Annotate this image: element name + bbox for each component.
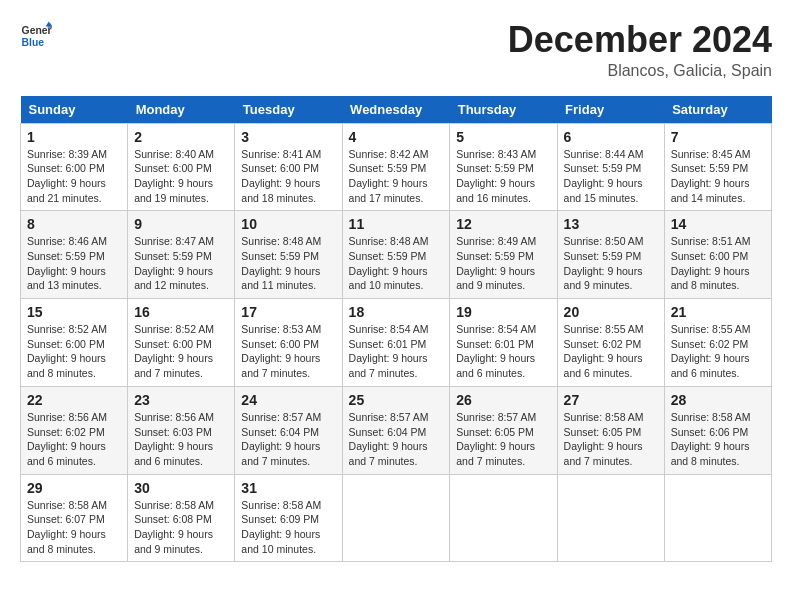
day-detail: Sunrise: 8:52 AMSunset: 6:00 PMDaylight:… [27,323,107,379]
calendar-day-cell: 15 Sunrise: 8:52 AMSunset: 6:00 PMDaylig… [21,299,128,387]
day-number: 24 [241,392,335,408]
calendar-day-cell [450,474,557,562]
calendar-day-cell [557,474,664,562]
day-number: 26 [456,392,550,408]
calendar-day-cell: 9 Sunrise: 8:47 AMSunset: 5:59 PMDayligh… [128,211,235,299]
day-detail: Sunrise: 8:54 AMSunset: 6:01 PMDaylight:… [349,323,429,379]
weekday-header: Friday [557,96,664,124]
calendar-day-cell: 10 Sunrise: 8:48 AMSunset: 5:59 PMDaylig… [235,211,342,299]
day-number: 31 [241,480,335,496]
weekday-header: Saturday [664,96,771,124]
weekday-header: Tuesday [235,96,342,124]
calendar-day-cell: 2 Sunrise: 8:40 AMSunset: 6:00 PMDayligh… [128,123,235,211]
calendar-day-cell: 8 Sunrise: 8:46 AMSunset: 5:59 PMDayligh… [21,211,128,299]
calendar-day-cell: 30 Sunrise: 8:58 AMSunset: 6:08 PMDaylig… [128,474,235,562]
svg-text:Blue: Blue [22,37,45,48]
weekday-header: Thursday [450,96,557,124]
calendar-day-cell: 17 Sunrise: 8:53 AMSunset: 6:00 PMDaylig… [235,299,342,387]
day-number: 9 [134,216,228,232]
day-number: 20 [564,304,658,320]
day-detail: Sunrise: 8:58 AMSunset: 6:05 PMDaylight:… [564,411,644,467]
calendar-day-cell [664,474,771,562]
calendar-day-cell: 24 Sunrise: 8:57 AMSunset: 6:04 PMDaylig… [235,386,342,474]
day-detail: Sunrise: 8:50 AMSunset: 5:59 PMDaylight:… [564,235,644,291]
day-detail: Sunrise: 8:49 AMSunset: 5:59 PMDaylight:… [456,235,536,291]
day-detail: Sunrise: 8:43 AMSunset: 5:59 PMDaylight:… [456,148,536,204]
calendar-week-row: 8 Sunrise: 8:46 AMSunset: 5:59 PMDayligh… [21,211,772,299]
day-detail: Sunrise: 8:57 AMSunset: 6:04 PMDaylight:… [241,411,321,467]
day-detail: Sunrise: 8:45 AMSunset: 5:59 PMDaylight:… [671,148,751,204]
day-number: 14 [671,216,765,232]
calendar-day-cell: 7 Sunrise: 8:45 AMSunset: 5:59 PMDayligh… [664,123,771,211]
day-detail: Sunrise: 8:53 AMSunset: 6:00 PMDaylight:… [241,323,321,379]
day-detail: Sunrise: 8:51 AMSunset: 6:00 PMDaylight:… [671,235,751,291]
calendar-day-cell: 11 Sunrise: 8:48 AMSunset: 5:59 PMDaylig… [342,211,450,299]
day-detail: Sunrise: 8:48 AMSunset: 5:59 PMDaylight:… [241,235,321,291]
month-title: December 2024 [508,20,772,60]
calendar-day-cell: 13 Sunrise: 8:50 AMSunset: 5:59 PMDaylig… [557,211,664,299]
calendar-day-cell: 16 Sunrise: 8:52 AMSunset: 6:00 PMDaylig… [128,299,235,387]
calendar-day-cell: 1 Sunrise: 8:39 AMSunset: 6:00 PMDayligh… [21,123,128,211]
day-number: 12 [456,216,550,232]
location-title: Blancos, Galicia, Spain [508,62,772,80]
day-number: 22 [27,392,121,408]
calendar-day-cell: 26 Sunrise: 8:57 AMSunset: 6:05 PMDaylig… [450,386,557,474]
day-number: 15 [27,304,121,320]
day-number: 27 [564,392,658,408]
svg-text:General: General [22,25,52,36]
day-detail: Sunrise: 8:57 AMSunset: 6:05 PMDaylight:… [456,411,536,467]
day-number: 3 [241,129,335,145]
weekday-header: Monday [128,96,235,124]
day-number: 17 [241,304,335,320]
day-number: 13 [564,216,658,232]
day-number: 10 [241,216,335,232]
day-number: 6 [564,129,658,145]
day-number: 16 [134,304,228,320]
calendar-day-cell: 14 Sunrise: 8:51 AMSunset: 6:00 PMDaylig… [664,211,771,299]
day-detail: Sunrise: 8:55 AMSunset: 6:02 PMDaylight:… [564,323,644,379]
title-section: December 2024 Blancos, Galicia, Spain [508,20,772,80]
calendar-day-cell: 27 Sunrise: 8:58 AMSunset: 6:05 PMDaylig… [557,386,664,474]
day-number: 28 [671,392,765,408]
day-detail: Sunrise: 8:56 AMSunset: 6:02 PMDaylight:… [27,411,107,467]
day-number: 30 [134,480,228,496]
page-header: General Blue December 2024 Blancos, Gali… [20,20,772,80]
calendar-day-cell: 18 Sunrise: 8:54 AMSunset: 6:01 PMDaylig… [342,299,450,387]
logo: General Blue [20,20,52,52]
day-number: 2 [134,129,228,145]
calendar-day-cell: 23 Sunrise: 8:56 AMSunset: 6:03 PMDaylig… [128,386,235,474]
day-detail: Sunrise: 8:58 AMSunset: 6:07 PMDaylight:… [27,499,107,555]
day-detail: Sunrise: 8:57 AMSunset: 6:04 PMDaylight:… [349,411,429,467]
day-detail: Sunrise: 8:52 AMSunset: 6:00 PMDaylight:… [134,323,214,379]
weekday-header: Sunday [21,96,128,124]
day-detail: Sunrise: 8:48 AMSunset: 5:59 PMDaylight:… [349,235,429,291]
day-detail: Sunrise: 8:58 AMSunset: 6:09 PMDaylight:… [241,499,321,555]
day-number: 7 [671,129,765,145]
calendar-day-cell: 6 Sunrise: 8:44 AMSunset: 5:59 PMDayligh… [557,123,664,211]
calendar-day-cell: 21 Sunrise: 8:55 AMSunset: 6:02 PMDaylig… [664,299,771,387]
calendar-day-cell: 3 Sunrise: 8:41 AMSunset: 6:00 PMDayligh… [235,123,342,211]
day-detail: Sunrise: 8:58 AMSunset: 6:06 PMDaylight:… [671,411,751,467]
calendar-day-cell [342,474,450,562]
calendar-table: SundayMondayTuesdayWednesdayThursdayFrid… [20,96,772,563]
day-detail: Sunrise: 8:58 AMSunset: 6:08 PMDaylight:… [134,499,214,555]
day-detail: Sunrise: 8:44 AMSunset: 5:59 PMDaylight:… [564,148,644,204]
weekday-header: Wednesday [342,96,450,124]
day-detail: Sunrise: 8:40 AMSunset: 6:00 PMDaylight:… [134,148,214,204]
calendar-day-cell: 19 Sunrise: 8:54 AMSunset: 6:01 PMDaylig… [450,299,557,387]
day-detail: Sunrise: 8:42 AMSunset: 5:59 PMDaylight:… [349,148,429,204]
day-detail: Sunrise: 8:56 AMSunset: 6:03 PMDaylight:… [134,411,214,467]
calendar-day-cell: 12 Sunrise: 8:49 AMSunset: 5:59 PMDaylig… [450,211,557,299]
day-detail: Sunrise: 8:54 AMSunset: 6:01 PMDaylight:… [456,323,536,379]
calendar-day-cell: 29 Sunrise: 8:58 AMSunset: 6:07 PMDaylig… [21,474,128,562]
day-detail: Sunrise: 8:55 AMSunset: 6:02 PMDaylight:… [671,323,751,379]
calendar-day-cell: 5 Sunrise: 8:43 AMSunset: 5:59 PMDayligh… [450,123,557,211]
logo-icon: General Blue [20,20,52,52]
day-detail: Sunrise: 8:41 AMSunset: 6:00 PMDaylight:… [241,148,321,204]
day-number: 8 [27,216,121,232]
calendar-week-row: 29 Sunrise: 8:58 AMSunset: 6:07 PMDaylig… [21,474,772,562]
calendar-day-cell: 25 Sunrise: 8:57 AMSunset: 6:04 PMDaylig… [342,386,450,474]
day-number: 25 [349,392,444,408]
weekday-header-row: SundayMondayTuesdayWednesdayThursdayFrid… [21,96,772,124]
calendar-week-row: 22 Sunrise: 8:56 AMSunset: 6:02 PMDaylig… [21,386,772,474]
